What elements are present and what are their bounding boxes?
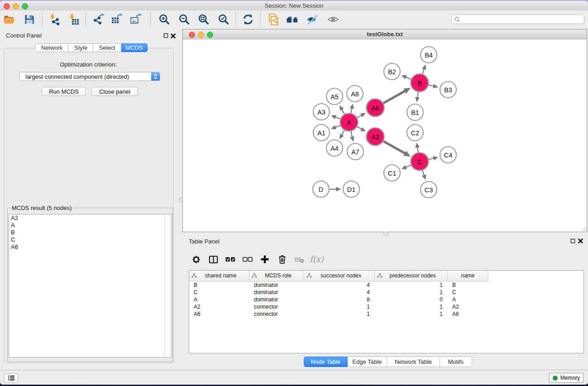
open-session-button[interactable] [3, 13, 16, 26]
graph-node-C2[interactable]: C2 [407, 124, 423, 141]
graph-node-C1[interactable]: C1 [384, 165, 400, 181]
zoom-out-button[interactable] [177, 13, 191, 26]
show-task-history-button[interactable] [4, 373, 18, 383]
horizontal-splitter-handle[interactable] [383, 232, 388, 236]
graph-node-A8[interactable]: A8 [347, 86, 363, 102]
graph-node-C4[interactable]: C4 [440, 147, 456, 163]
graph-edge-A-A4[interactable] [339, 130, 344, 139]
run-mcds-button[interactable]: Run MCDS [42, 87, 86, 96]
mcds-result-item[interactable]: A [9, 222, 172, 229]
export-image-button[interactable] [129, 13, 143, 26]
column-header-shared-name[interactable]: shared name [189, 271, 249, 281]
graph-node-A[interactable]: A [340, 114, 358, 131]
tab-edge-table[interactable]: Edge Table [348, 357, 387, 367]
graph-node-B2[interactable]: B2 [384, 63, 400, 80]
graph-node-A7[interactable]: A7 [347, 143, 363, 160]
graph-edge-A2-C[interactable] [383, 141, 411, 157]
mcds-result-item[interactable]: B [9, 229, 172, 236]
graph-edge-A-A1[interactable] [331, 125, 340, 129]
apply-layout-button[interactable] [241, 13, 255, 26]
graph-node-A3[interactable]: A3 [313, 104, 330, 120]
show-all-button[interactable] [326, 13, 340, 26]
graph-node-A4[interactable]: A4 [326, 140, 343, 156]
graph-edge-A6-B[interactable] [383, 88, 411, 103]
export-network-button[interactable] [92, 13, 105, 26]
zoom-in-button[interactable] [158, 13, 171, 26]
graph-node-A2[interactable]: A2 [367, 128, 384, 146]
graph-node-A1[interactable]: A1 [313, 124, 330, 141]
graph-node-A6[interactable]: A6 [367, 99, 384, 117]
graph-node-D1[interactable]: D1 [343, 181, 359, 197]
graph-edge-A-A5[interactable] [339, 105, 344, 114]
graph-edge-A-A7[interactable] [350, 131, 354, 142]
graph-node-B[interactable]: B [411, 74, 429, 92]
graph-edge-A-A2[interactable] [357, 127, 366, 132]
control-panel-float-icon[interactable] [163, 33, 168, 38]
table-panel-float-icon[interactable] [570, 238, 575, 243]
graph-edge-B-B2[interactable] [402, 75, 411, 79]
graph-edge-A-A8[interactable] [349, 104, 354, 113]
graph-edge-B-B4[interactable] [422, 64, 426, 74]
tab-select[interactable]: Select [93, 43, 121, 52]
save-session-button[interactable] [23, 13, 36, 26]
unselect-all-columns-button[interactable] [239, 253, 256, 265]
table-settings-button[interactable] [187, 253, 205, 265]
import-network-button[interactable] [48, 13, 61, 26]
delete-column-button[interactable] [273, 253, 291, 265]
table-row[interactable]: Adominator80A [189, 296, 583, 303]
search-input[interactable] [460, 15, 584, 23]
tab-network-table[interactable]: Network Table [387, 357, 440, 367]
create-column-button[interactable] [256, 253, 273, 265]
tab-motifs[interactable]: Motifs [440, 357, 472, 367]
graph-edge-C-C4[interactable] [429, 156, 438, 161]
tab-node-table[interactable]: Node Table [304, 357, 348, 367]
mcds-result-item[interactable]: C [9, 236, 172, 243]
graph-node-B4[interactable]: B4 [421, 47, 437, 63]
column-header-successor-nodes[interactable]: successor nodes [304, 271, 375, 281]
graph-node-A5[interactable]: A5 [326, 88, 343, 105]
hide-selected-button[interactable] [306, 13, 319, 26]
memory-button[interactable]: Memory [549, 373, 583, 383]
mcds-result-scrollbar[interactable] [164, 215, 171, 357]
graph-node-D[interactable]: D [313, 181, 329, 197]
close-panel-button[interactable]: Close panel [91, 87, 138, 96]
table-row[interactable]: A2connector11A2 [189, 303, 583, 310]
mcds-result-list[interactable]: A2ABCA6 [9, 214, 172, 357]
mcds-result-item[interactable]: A2 [9, 214, 172, 222]
first-neighbors-button[interactable] [286, 13, 299, 26]
network-canvas[interactable]: B4B2BB3A5A8A6B1A3AC2A1A2A4A7C4CC1C3DD1 [183, 39, 587, 232]
zoom-selected-button[interactable] [217, 13, 230, 26]
show-column-panel-button[interactable] [205, 253, 222, 265]
graph-node-B1[interactable]: B1 [407, 104, 423, 120]
graph-node-C[interactable]: C [411, 153, 429, 171]
zoom-fit-button[interactable] [197, 13, 210, 26]
new-network-from-selection-button[interactable] [267, 13, 280, 26]
window-resize-grip-icon[interactable] [580, 225, 586, 231]
graph-edge-C-C2[interactable] [415, 143, 420, 152]
tab-style[interactable]: Style [69, 43, 93, 52]
mcds-result-item[interactable]: A6 [9, 243, 172, 251]
column-header-predecessor-nodes[interactable]: predecessor nodes [375, 271, 448, 281]
tab-mcds[interactable]: MCDS [121, 43, 148, 52]
graph-edge-C-C3[interactable] [422, 171, 426, 180]
graph-node-C3[interactable]: C3 [421, 181, 437, 198]
graph-edge-B-B1[interactable] [415, 92, 420, 102]
graph-edge-B-B3[interactable] [429, 84, 438, 88]
column-header-name[interactable]: name [448, 271, 488, 281]
graph-edge-A-A6[interactable] [357, 113, 366, 118]
table-row[interactable]: Cdominator41C [189, 289, 583, 296]
table-panel-close-icon[interactable] [578, 238, 583, 244]
criterion-dropdown[interactable]: largest connected component (directed) [19, 72, 160, 81]
graph-node-B3[interactable]: B3 [440, 81, 456, 98]
export-table-button[interactable] [110, 13, 124, 26]
table-row[interactable]: A6connector11A6 [189, 310, 583, 318]
select-all-columns-button[interactable] [222, 253, 239, 265]
table-row[interactable]: Bdominator41B [189, 281, 583, 289]
graph-edge-C-C1[interactable] [402, 165, 411, 169]
import-table-button[interactable] [67, 13, 81, 26]
control-panel-close-icon[interactable] [170, 33, 176, 39]
graph-edge-A-A3[interactable] [331, 115, 340, 119]
tab-network[interactable]: Network [35, 43, 69, 52]
column-header-mcds-role[interactable]: MCDS role [249, 271, 304, 281]
graph-edge-D-D1[interactable] [330, 187, 341, 191]
